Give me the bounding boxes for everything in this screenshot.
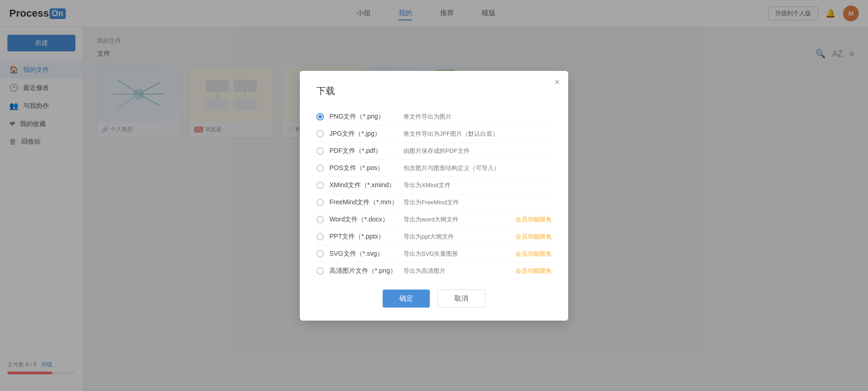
option-row-jpg[interactable]: JPG文件（*.jpg）将文件导出为JPF图片（默认白底）	[316, 126, 552, 143]
option-desc-jpg: 将文件导出为JPF图片（默认白底）	[403, 130, 552, 138]
member-badge-svg: 会员功能限免	[515, 250, 552, 258]
options-list: PNG文件（*.png）将文件导出为图片JPG文件（*.jpg）将文件导出为JP…	[316, 108, 552, 279]
option-row-pos[interactable]: POS文件（*.pos）包含图片与图形结构定义（可导入）	[316, 160, 552, 177]
radio-png[interactable]	[316, 113, 324, 120]
modal-footer: 确定 取消	[316, 290, 552, 308]
member-badge-hd-png: 会员功能限免	[515, 267, 552, 275]
option-name-ppt: PPT文件（*.pptx）	[329, 233, 403, 241]
radio-xmind[interactable]	[316, 182, 324, 189]
option-name-svg: SVG文件（*.svg）	[329, 250, 403, 258]
option-row-pdf[interactable]: PDF文件（*.pdf）由图片保存成的PDF文件	[316, 143, 552, 160]
option-row-svg[interactable]: SVG文件（*.svg）导出为SVG矢量图形会员功能限免	[316, 246, 552, 263]
radio-jpg[interactable]	[316, 130, 324, 138]
option-desc-hd-png: 导出为高清图片	[403, 267, 515, 275]
option-desc-ppt: 导出为ppt大纲文件	[403, 233, 515, 241]
member-badge-ppt: 会员功能限免	[515, 233, 552, 241]
option-desc-word: 导出为word大纲文件	[403, 215, 515, 224]
option-row-png[interactable]: PNG文件（*.png）将文件导出为图片	[316, 108, 552, 126]
radio-ppt[interactable]	[316, 233, 324, 240]
option-name-word: Word文件（*.docx）	[329, 215, 403, 224]
modal-overlay: × 下载 PNG文件（*.png）将文件导出为图片JPG文件（*.jpg）将文件…	[0, 0, 868, 391]
option-row-word[interactable]: Word文件（*.docx）导出为word大纲文件会员功能限免	[316, 211, 552, 228]
radio-freemind[interactable]	[316, 199, 324, 206]
option-name-pdf: PDF文件（*.pdf）	[329, 147, 403, 155]
option-row-ppt[interactable]: PPT文件（*.pptx）导出为ppt大纲文件会员功能限免	[316, 228, 552, 246]
modal-title: 下载	[316, 85, 552, 97]
option-row-xmind[interactable]: XMind文件（*.xmind）导出为XMind文件	[316, 177, 552, 194]
radio-hd-png[interactable]	[316, 267, 324, 275]
download-modal: × 下载 PNG文件（*.png）将文件导出为图片JPG文件（*.jpg）将文件…	[300, 71, 568, 321]
option-desc-pdf: 由图片保存成的PDF文件	[403, 147, 552, 155]
option-row-freemind[interactable]: FreeMind文件（*.mm）导出为FreeMind文件	[316, 194, 552, 211]
radio-pdf[interactable]	[316, 147, 324, 155]
option-name-xmind: XMind文件（*.xmind）	[329, 181, 403, 189]
option-name-freemind: FreeMind文件（*.mm）	[329, 198, 403, 207]
option-name-png: PNG文件（*.png）	[329, 113, 403, 121]
radio-word[interactable]	[316, 216, 324, 223]
option-name-jpg: JPG文件（*.jpg）	[329, 130, 403, 138]
radio-pos[interactable]	[316, 164, 324, 172]
option-name-hd-png: 高清图片文件（*.png）	[329, 267, 403, 275]
radio-svg[interactable]	[316, 250, 324, 258]
option-desc-freemind: 导出为FreeMind文件	[403, 198, 552, 207]
option-desc-xmind: 导出为XMind文件	[403, 181, 552, 189]
option-row-hd-png[interactable]: 高清图片文件（*.png）导出为高清图片会员功能限免	[316, 263, 552, 279]
option-desc-svg: 导出为SVG矢量图形	[403, 250, 515, 258]
member-badge-word: 会员功能限免	[515, 215, 552, 224]
confirm-button[interactable]: 确定	[383, 290, 430, 308]
modal-close-button[interactable]: ×	[554, 77, 560, 87]
option-name-pos: POS文件（*.pos）	[329, 164, 403, 172]
option-desc-pos: 包含图片与图形结构定义（可导入）	[403, 164, 552, 172]
option-desc-png: 将文件导出为图片	[403, 113, 552, 121]
cancel-button[interactable]: 取消	[437, 290, 485, 308]
